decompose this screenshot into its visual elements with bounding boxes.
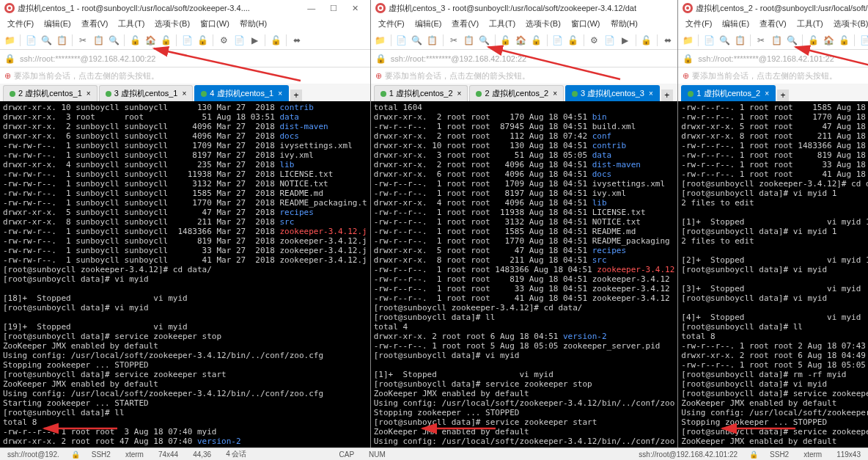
toolbar-button[interactable]: ▶ <box>248 34 261 47</box>
addressbar[interactable]: 🔒 ssh://root:********@192.168.42.100:22 <box>0 50 370 67</box>
toolbar-button[interactable]: ⚙ <box>217 34 230 47</box>
tab-close-icon[interactable]: × <box>183 90 187 98</box>
toolbar-button[interactable]: 🔓 <box>530 34 543 47</box>
maximize-button[interactable]: ☐ <box>323 1 344 15</box>
toolbar-button[interactable]: 📋 <box>463 34 476 47</box>
tab-add-button[interactable]: + <box>661 90 673 101</box>
status-connection: ssh://root@192. <box>4 450 62 459</box>
toolbar-button[interactable]: 🔓 <box>128 34 141 47</box>
terminal[interactable]: total 1604 drwxr-xr-x. 2 root root 170 A… <box>371 101 678 448</box>
addressbar[interactable]: 🔒 ssh://root:********@192.168.42.101:22 <box>678 50 868 67</box>
session-tab[interactable]: 2 虚拟机centos_1× <box>3 85 98 101</box>
address-text: ssh://root:********@192.168.42.101:22 <box>698 54 834 63</box>
status-pos: 44,36 <box>190 450 214 459</box>
toolbar-button[interactable]: ✂ <box>754 34 768 47</box>
toolbar-button[interactable]: 📄 <box>232 34 246 47</box>
tab-close-icon[interactable]: × <box>457 90 462 98</box>
session-tab[interactable]: 2 虚拟机centos_2× <box>469 85 564 101</box>
menu-item[interactable]: 编辑(E) <box>718 17 754 31</box>
menu-item[interactable]: 文件(F) <box>681 17 716 31</box>
toolbar-button[interactable]: 📋 <box>426 34 439 47</box>
menu-item[interactable]: 窗口(W) <box>567 17 605 31</box>
tab-close-icon[interactable]: × <box>553 90 557 98</box>
menu-item[interactable]: 选项卡(B) <box>829 17 868 31</box>
session-tab[interactable]: 1 虚拟机centos_2× <box>374 85 468 101</box>
menu-item[interactable]: 选项卡(B) <box>521 17 565 31</box>
tabbar: 2 虚拟机centos_1×3 虚拟机centos_1×4 虚拟机centos_… <box>0 84 370 101</box>
menu-item[interactable]: 窗口(W) <box>196 17 234 31</box>
minimize-button[interactable]: — <box>301 1 322 15</box>
toolbar-button[interactable]: 📁 <box>374 34 387 47</box>
addressbar[interactable]: 🔒 ssh://root:********@192.168.42.102:22 <box>371 50 678 67</box>
toolbar-button[interactable]: 🔍 <box>40 34 53 47</box>
toolbar-button[interactable]: 📋 <box>92 34 105 47</box>
toolbar-button[interactable]: 📄 <box>180 34 194 47</box>
hintbar: ⊕ 要添加当前会话，点击左侧的箭头按钮。 <box>371 67 678 84</box>
toolbar-button[interactable]: ✂ <box>447 34 460 47</box>
toolbar-button[interactable]: 📄 <box>395 34 408 47</box>
add-icon[interactable]: ⊕ <box>683 71 689 81</box>
toolbar-button[interactable]: 📋 <box>55 34 68 47</box>
toolbar-button[interactable]: 🔓 <box>196 34 209 47</box>
session-tab[interactable]: 3 虚拟机centos_1× <box>99 85 194 101</box>
toolbar-button[interactable]: 🏠 <box>144 34 157 47</box>
toolbar-button[interactable]: 🔍 <box>411 34 424 47</box>
menu-item[interactable]: 查看(V) <box>755 17 791 31</box>
toolbar-button[interactable]: 🏠 <box>822 34 835 47</box>
toolbar-button[interactable]: 🔓 <box>269 34 282 47</box>
toolbar-button[interactable]: 🔍 <box>478 34 491 47</box>
menu-item[interactable]: 帮助(H) <box>235 17 271 31</box>
menu-item[interactable]: 工具(T) <box>485 17 520 31</box>
toolbar-button[interactable]: 📄 <box>702 34 716 47</box>
toolbar-button[interactable]: 📋 <box>770 34 783 47</box>
session-tab[interactable]: 1 虚拟机centos_2× <box>681 85 776 101</box>
toolbar-button[interactable]: ⬌ <box>290 34 304 47</box>
toolbar-button[interactable]: 🔍 <box>718 34 731 47</box>
terminal[interactable]: -rw-r--r--. 1 root root 1585 Aug 18 04:4… <box>678 101 868 448</box>
toolbar-button[interactable]: 🔓 <box>837 34 850 47</box>
toolbar-button[interactable]: 📄 <box>858 34 868 47</box>
menu-item[interactable]: 查看(V) <box>447 17 483 31</box>
tab-add-button[interactable]: + <box>290 90 302 101</box>
toolbar-button[interactable]: 🔓 <box>499 34 512 47</box>
toolbar-button[interactable]: ⬌ <box>661 34 674 47</box>
toolbar-button[interactable]: 📁 <box>681 34 694 47</box>
status-lock-icon: 🔒 <box>749 450 758 459</box>
toolbar-button[interactable]: 📄 <box>24 34 37 47</box>
toolbar-button[interactable]: 🔍 <box>785 34 798 47</box>
menu-item[interactable]: 工具(T) <box>114 17 149 31</box>
toolbar-button[interactable]: 📋 <box>733 34 746 47</box>
toolbar-button[interactable]: ⚙ <box>588 34 601 47</box>
close-button[interactable]: ✕ <box>345 1 366 15</box>
tab-close-icon[interactable]: × <box>765 90 769 98</box>
tab-close-icon[interactable]: × <box>87 90 91 98</box>
tab-close-icon[interactable]: × <box>649 90 653 98</box>
menu-item[interactable]: 文件(F) <box>3 17 38 31</box>
toolbar-button[interactable]: 🔍 <box>107 34 120 47</box>
toolbar-button[interactable]: 🔓 <box>567 34 580 47</box>
menu-item[interactable]: 编辑(E) <box>40 17 76 31</box>
toolbar-button[interactable]: 📁 <box>3 34 16 47</box>
add-icon[interactable]: ⊕ <box>4 71 11 81</box>
add-icon[interactable]: ⊕ <box>375 71 382 81</box>
toolbar-button[interactable]: 🔓 <box>159 34 172 47</box>
toolbar-button[interactable]: ✂ <box>76 34 89 47</box>
tab-add-button[interactable]: + <box>777 90 789 101</box>
menu-item[interactable]: 选项卡(B) <box>150 17 194 31</box>
toolbar-button[interactable]: 📄 <box>551 34 564 47</box>
menu-item[interactable]: 帮助(H) <box>606 17 642 31</box>
toolbar-button[interactable]: 🏠 <box>515 34 528 47</box>
session-tab[interactable]: 4 虚拟机centos_1× <box>194 85 289 101</box>
toolbar-button[interactable]: ▶ <box>619 34 632 47</box>
toolbar-button[interactable]: 🔓 <box>806 34 820 47</box>
terminal[interactable]: drwxr-xr-x. 10 sunboycll sunboycll 130 M… <box>0 101 370 448</box>
toolbar: 📁📄🔍📋✂📋🔍🔓🏠🔓📄🔓⚙📄▶🔓⬌ <box>371 31 678 50</box>
tab-close-icon[interactable]: × <box>278 90 282 98</box>
menu-item[interactable]: 查看(V) <box>77 17 113 31</box>
session-tab[interactable]: 3 虚拟机centos_3× <box>565 85 660 101</box>
menu-item[interactable]: 工具(T) <box>792 17 828 31</box>
toolbar-button[interactable]: 📄 <box>603 34 617 47</box>
menu-item[interactable]: 编辑(E) <box>411 17 446 31</box>
toolbar-button[interactable]: 🔓 <box>640 34 653 47</box>
menu-item[interactable]: 文件(F) <box>374 17 409 31</box>
